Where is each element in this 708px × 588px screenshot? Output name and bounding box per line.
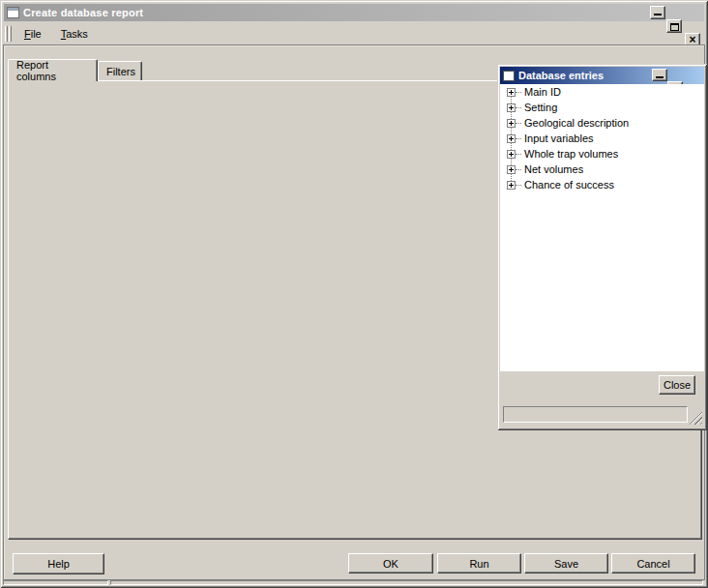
tree-dots — [516, 123, 521, 124]
expand-plus-icon[interactable] — [507, 165, 516, 174]
tree-item[interactable]: Geological description — [500, 115, 704, 131]
resize-grip-icon[interactable] — [689, 411, 702, 425]
db-status-field — [503, 406, 688, 423]
tab-report-columns[interactable]: Report columns — [8, 59, 98, 81]
db-tree: Main IDSettingGeological descriptionInpu… — [500, 84, 704, 371]
tree-item[interactable]: Chance of success — [500, 177, 704, 192]
tree-dots — [516, 169, 521, 170]
tree-dots — [516, 92, 521, 93]
expand-plus-icon[interactable] — [507, 134, 516, 143]
menu-bar: File Tasks — [3, 23, 705, 44]
tree-dots — [516, 185, 521, 186]
tree-item[interactable]: Whole trap volumes — [500, 146, 704, 162]
tree-item-label: Main ID — [522, 86, 561, 98]
ok-button[interactable]: OK — [348, 553, 433, 573]
tree-item[interactable]: Input variables — [500, 131, 704, 146]
menu-file[interactable]: File — [17, 26, 48, 42]
status-bar — [3, 580, 705, 586]
tree-item-label: Setting — [522, 102, 557, 113]
window-title: Create database report — [23, 7, 143, 18]
db-minimize-button-icon[interactable] — [652, 69, 667, 81]
tree-item-label: Geological description — [522, 117, 629, 129]
expand-plus-icon[interactable] — [507, 119, 516, 128]
tree-item-label: Input variables — [522, 132, 594, 144]
run-button[interactable]: Run — [437, 553, 521, 573]
expand-plus-icon[interactable] — [507, 150, 516, 159]
create-database-report-window: Create database report × File Tasks Repo… — [0, 0, 708, 588]
cancel-button[interactable]: Cancel — [611, 553, 695, 573]
db-status-bar — [500, 403, 704, 427]
tab-report-columns-label: Report columns — [16, 59, 89, 82]
db-close-button[interactable]: Close — [659, 375, 695, 395]
minimize-button-icon[interactable] — [650, 6, 665, 19]
expand-plus-icon[interactable] — [507, 103, 516, 112]
expand-plus-icon[interactable] — [507, 88, 516, 97]
database-entries-title: Database entries — [518, 70, 604, 81]
help-button[interactable]: Help — [13, 553, 104, 574]
tree-item[interactable]: Main ID — [500, 84, 704, 100]
tree-dots — [516, 154, 521, 155]
title-bar[interactable]: Create database report — [4, 4, 704, 21]
db-close-area: Close — [500, 371, 704, 401]
tree-item-label: Chance of success — [522, 179, 614, 191]
status-pane — [110, 580, 703, 585]
tree-item[interactable]: Net volumes — [500, 162, 704, 177]
tree-dots — [516, 107, 521, 108]
expand-plus-icon[interactable] — [507, 181, 516, 190]
database-entries-window: Database entries × Main IDSettingGeologi… — [497, 64, 707, 430]
tree-item-label: Net volumes — [522, 163, 583, 175]
tab-filters-label: Filters — [106, 66, 135, 77]
save-button[interactable]: Save — [524, 553, 608, 573]
status-pane — [3, 580, 108, 585]
database-entries-window-icon — [503, 71, 515, 81]
window-icon — [7, 7, 19, 18]
menu-gripper-icon[interactable] — [5, 26, 8, 42]
tree-item[interactable]: Setting — [500, 100, 704, 115]
menu-tasks[interactable]: Tasks — [54, 26, 95, 42]
tree-dots — [516, 138, 521, 139]
menu-gripper-icon[interactable] — [9, 26, 12, 42]
tab-filters[interactable]: Filters — [98, 61, 142, 81]
tree-item-label: Whole trap volumes — [522, 148, 618, 160]
